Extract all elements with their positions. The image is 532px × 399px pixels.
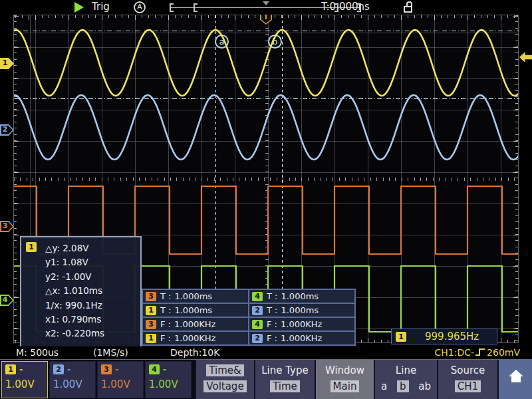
unlock-icon[interactable] <box>402 1 414 13</box>
trigger-level-arrow-icon[interactable] <box>519 52 532 63</box>
measurement-ch1-period: 1T :1.000ms <box>142 303 249 317</box>
trig-label: Trig <box>92 1 110 13</box>
record-left-bracket-icon <box>170 3 174 12</box>
ch3-settings-box[interactable]: 3- 1.00V <box>97 361 144 398</box>
ch1-settings-box[interactable]: 1- 1.00V <box>1 361 48 398</box>
ch1-coupling: - <box>19 364 23 374</box>
cursor-delta-x: △x: 1.010ms <box>45 284 135 298</box>
ch4-level-marker[interactable]: 4 <box>0 295 14 306</box>
ch4-settings-box[interactable]: 4- 1.00V <box>145 361 192 398</box>
cursor-panel-channel-badge: 1 <box>26 242 37 252</box>
timebase-readout: M: 500us <box>16 347 59 358</box>
measurement-ch2-frequency: 2F :1.000KHz <box>249 331 355 345</box>
measurement-ch3-frequency: 3F :1.000KHz <box>142 317 249 331</box>
memory-depth-readout: Depth:10K <box>170 347 219 358</box>
cursor-measure-panel: 1 △y: 2.08V y1: 1.08V y2: -1.00V △x: 1.0… <box>20 236 142 349</box>
ch3-level-marker[interactable]: 3 <box>0 221 14 232</box>
line-option-a[interactable]: a <box>381 380 387 392</box>
ch3-coupling: - <box>115 364 118 374</box>
status-bar: M: 500us (1MS/s) Depth:10K CH1:DC- 260mV <box>0 346 532 359</box>
measurement-ch3-period: 3T :1.000ms <box>142 289 249 303</box>
frequency-counter: 1 999.965Hz <box>391 329 497 344</box>
auto-trigger-mode-icon: A <box>134 1 146 13</box>
menu-source-button[interactable]: Source CH1 <box>437 360 497 399</box>
line-option-ab[interactable]: ab <box>418 380 431 392</box>
menu-time-voltage-button[interactable]: Time& Voltage <box>195 360 254 399</box>
ch2-level-marker[interactable]: 2 <box>0 124 14 136</box>
ch4-coupling: - <box>163 364 166 374</box>
ch2-settings-box[interactable]: 2- 1.00V <box>49 361 96 398</box>
measurement-ch4-period: 4T :1.000ms <box>249 289 355 303</box>
cursor-delta-y: △y: 2.08V <box>45 241 135 255</box>
trigger-settings-readout: CH1:DC- 260mV <box>435 347 520 358</box>
measurement-ch2-period: 2T :1.000ms <box>249 303 355 317</box>
cursor-x2: x2: -0.220ms <box>45 327 135 340</box>
trigger-position-marker[interactable]: T <box>260 13 272 25</box>
window-position-marker-icon <box>263 1 269 5</box>
view-left-bracket-icon <box>194 3 198 12</box>
ch4-scale: 1.00V <box>149 378 188 390</box>
home-button[interactable] <box>497 360 532 399</box>
cursor-y1: y1: 1.08V <box>45 255 135 269</box>
measurement-ch4-frequency: 4F :1.000KHz <box>249 317 355 331</box>
freq-counter-channel-badge: 1 <box>396 332 406 342</box>
run-play-icon[interactable] <box>74 2 84 13</box>
sample-rate-readout: (1MS/s) <box>93 347 128 358</box>
line-option-b[interactable]: b <box>397 380 409 392</box>
oscilloscope-screen: Trig A T:0.000ns a b T <box>0 0 532 399</box>
measurement-ch1-frequency: 1F :1.000KHz <box>142 331 249 345</box>
menu-line-type-button[interactable]: Line Type Time <box>254 360 315 399</box>
menu-window-button[interactable]: Window Main <box>315 360 374 399</box>
cursor-x1: x1: 0.790ms <box>45 313 135 327</box>
ch2-coupling: - <box>67 364 70 374</box>
measurements-panel: 3T :1.000ms 4T :1.000ms 1T :1.000ms 2T :… <box>142 289 356 346</box>
ch1-level-marker[interactable]: 1 <box>0 58 14 69</box>
ch1-scale: 1.00V <box>5 378 44 390</box>
freq-counter-value: 999.965Hz <box>425 331 479 342</box>
top-status-bar: Trig A T:0.000ns <box>0 0 532 15</box>
cursor-y2-horizontal-line[interactable] <box>14 98 519 99</box>
cursor-inverse-x: 1/x: 990.1Hz <box>45 299 135 313</box>
trigger-time-readout: T:0.000ns <box>321 1 370 13</box>
ch3-scale: 1.00V <box>101 378 140 390</box>
cursor-b-label: b <box>268 35 282 49</box>
cursor-y2: y2: -1.00V <box>45 270 135 284</box>
menu-line-button[interactable]: Line a b ab <box>374 360 437 399</box>
rising-edge-icon <box>475 348 485 357</box>
home-icon <box>509 370 523 376</box>
cursor-y1-horizontal-line[interactable] <box>14 31 519 31</box>
cursor-a-label: a <box>215 35 229 49</box>
bottom-menu-bar: 1- 1.00V 2- 1.00V 3- 1.00V 4- 1.00V Time… <box>0 359 532 399</box>
ch2-scale: 1.00V <box>53 378 92 390</box>
